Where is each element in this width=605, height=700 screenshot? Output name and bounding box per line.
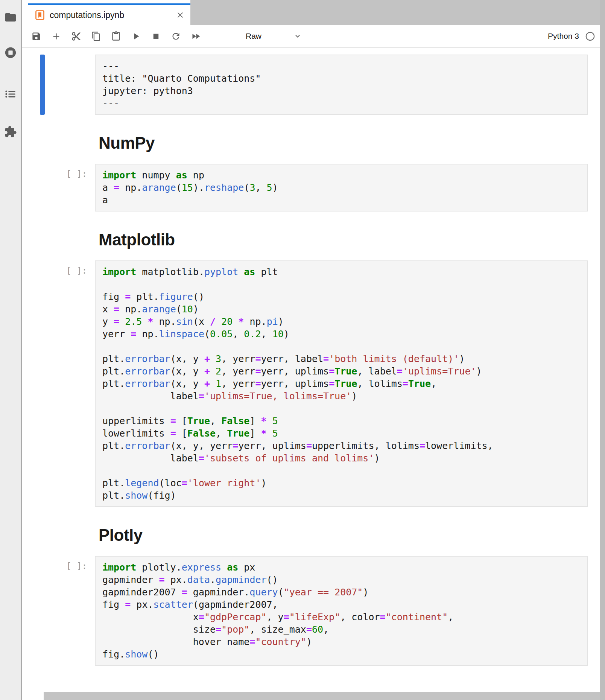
interrupt-kernel-button[interactable] — [150, 30, 162, 42]
kernel-name[interactable]: Python 3 — [548, 32, 579, 41]
tab-bar-fill — [190, 0, 600, 25]
cell-editor[interactable]: import plotly.express as pxgapminder = p… — [95, 556, 588, 666]
code-cell[interactable]: [ ]:import numpy as npa = np.arange(15).… — [95, 164, 588, 212]
bottom-bar — [44, 692, 600, 700]
copy-cells-icon — [91, 31, 101, 41]
markdown-heading[interactable]: NumPy — [99, 134, 600, 152]
interrupt-kernel-icon — [151, 31, 161, 41]
active-cell-indicator — [40, 55, 45, 115]
tab-close-icon[interactable] — [176, 11, 184, 19]
cell-editor[interactable]: import matplotlib.pyplot as plt fig = pl… — [95, 260, 588, 507]
left-activity-bar — [0, 0, 22, 700]
insert-cell-button[interactable] — [50, 30, 62, 42]
code-cell[interactable]: [ ]:import plotly.express as pxgapminder… — [95, 556, 588, 666]
insert-cell-icon — [51, 31, 61, 41]
cell-prompt: [ ]: — [66, 561, 87, 571]
raw-cell[interactable]: ---title: "Quarto Computations"jupyter: … — [95, 55, 588, 115]
save-icon — [31, 31, 41, 41]
paste-cells-icon — [111, 31, 121, 41]
tab-computations-notebook[interactable]: computations.ipynb — [28, 3, 190, 25]
notebook-content: ---title: "Quarto Computations"jupyter: … — [22, 48, 600, 666]
main-area: computations.ipynb Raw Python 3 ---title… — [22, 0, 600, 700]
cell-prompt: [ ]: — [66, 266, 87, 275]
kernel-status-icon[interactable] — [585, 31, 595, 41]
restart-run-all-icon — [191, 31, 201, 41]
run-cell-icon — [131, 31, 141, 41]
cell-editor[interactable]: import numpy as npa = np.arange(15).resh… — [95, 164, 588, 212]
cut-cells-button[interactable] — [70, 30, 82, 42]
tab-title: computations.ipynb — [50, 10, 171, 20]
table-of-contents-icon[interactable] — [4, 88, 17, 100]
paste-cells-button[interactable] — [110, 30, 122, 42]
jupyterlab-window: computations.ipynb Raw Python 3 ---title… — [0, 0, 605, 700]
chevron-down-icon — [294, 32, 301, 40]
running-kernels-icon[interactable] — [4, 46, 17, 59]
markdown-heading[interactable]: Matplotlib — [99, 230, 600, 249]
restart-kernel-icon — [171, 31, 181, 41]
cell-type-dropdown[interactable]: Raw — [246, 32, 301, 41]
scrollbar-track[interactable] — [600, 0, 605, 700]
notebook-file-icon — [35, 10, 44, 20]
run-cell-button[interactable] — [130, 30, 142, 42]
save-button[interactable] — [30, 30, 42, 42]
tab-bar: computations.ipynb — [22, 0, 600, 25]
markdown-heading[interactable]: Plotly — [99, 526, 600, 545]
copy-cells-button[interactable] — [90, 30, 102, 42]
notebook-toolbar: Raw Python 3 — [22, 25, 600, 48]
cell-type-value: Raw — [246, 32, 261, 41]
restart-run-all-button[interactable] — [190, 30, 202, 42]
cell-prompt: [ ]: — [66, 169, 87, 179]
extensions-icon[interactable] — [4, 125, 17, 138]
code-cell[interactable]: [ ]:import matplotlib.pyplot as plt fig … — [95, 260, 588, 507]
restart-kernel-button[interactable] — [170, 30, 182, 42]
cell-editor[interactable]: ---title: "Quarto Computations"jupyter: … — [95, 55, 588, 115]
cut-cells-icon — [71, 31, 81, 41]
file-browser-icon[interactable] — [4, 11, 17, 24]
